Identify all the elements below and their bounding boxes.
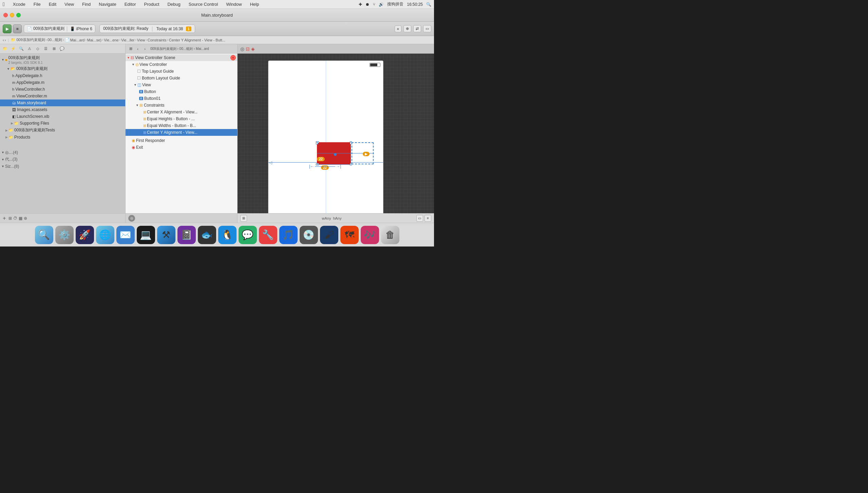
menu-source-control[interactable]: Source Control — [187, 1, 220, 7]
canvas-area[interactable]: ◁ — [238, 54, 434, 213]
menu-view[interactable]: View — [63, 1, 75, 7]
folder-icon-btn[interactable]: 📁 — [1, 45, 9, 53]
canvas-toggle-1[interactable]: ▭ — [416, 215, 423, 222]
debug-group-2[interactable]: ▼ 代...(3) — [0, 156, 125, 163]
breadcrumb-item-6[interactable]: View — [137, 38, 145, 42]
tree-equal-widths[interactable]: ⊞ Equal Widths - Button - B... — [126, 122, 237, 129]
file-item-images-xcassets[interactable]: 🖼 Images.xcassets — [0, 106, 125, 113]
triangle-tests[interactable]: ▶ — [5, 129, 8, 132]
dock-dvd[interactable]: 💿 — [300, 226, 318, 244]
tree-equal-heights[interactable]: ⊞ Equal Heights - Button - ... — [126, 115, 237, 122]
menu-navigate[interactable]: Navigate — [97, 1, 117, 7]
tree-center-x[interactable]: ⊞ Center X Alignment - View... — [126, 109, 237, 115]
dock-mail[interactable]: ✉️ — [116, 226, 135, 244]
triangle-group[interactable]: ▼ — [7, 67, 10, 71]
canvas-icon-1[interactable]: ◎ — [240, 46, 244, 52]
menu-edit[interactable]: Edit — [48, 1, 58, 7]
breadcrumb-item-2[interactable]: 📄 Mai...ard — [65, 38, 85, 42]
breadcrumb-item-8[interactable]: Center Y Alignment - View - Butt... — [169, 38, 225, 42]
triangle-scene[interactable]: ▼ — [127, 56, 130, 59]
dock-xcode[interactable]: ⚒ — [157, 226, 175, 244]
tree-view[interactable]: ▼ ◫ View — [126, 81, 237, 88]
tree-button01[interactable]: B Button01 — [126, 95, 237, 102]
triangle-vc[interactable]: ▼ — [132, 63, 135, 66]
folder-btn[interactable]: ⊞ — [8, 216, 12, 221]
file-item-products[interactable]: ▶ 📁 Products — [0, 134, 125, 141]
dock-wechat[interactable]: 💬 — [239, 226, 257, 244]
tree-grid-btn[interactable]: ⊞ — [128, 46, 134, 52]
triangle-debug2[interactable]: ▼ — [1, 158, 4, 161]
tree-button[interactable]: B Button — [126, 88, 237, 95]
scheme-selector[interactable]: 📄 009添加约束规则 │ 📱 iPhone 6 — [24, 24, 95, 33]
triangle-constraints[interactable]: ▼ — [136, 104, 139, 107]
tree-first-responder[interactable]: ◉ First Responder — [126, 137, 237, 144]
file-item-appdelegate-m[interactable]: m AppDelegate.m — [0, 79, 125, 86]
dock-filezilla[interactable]: 🔧 — [259, 226, 277, 244]
menu-file[interactable]: File — [32, 1, 42, 7]
warning-badge[interactable]: 1 — [186, 26, 191, 31]
dock-itunes[interactable]: 🎶 — [361, 226, 379, 244]
file-item-viewcontroller-m[interactable]: m ViewController.m — [0, 93, 125, 99]
plus-icon[interactable]: ✚ — [359, 2, 362, 7]
breakpoint-nav-btn[interactable]: ⊞ — [50, 45, 58, 53]
triangle-products[interactable]: ▶ — [5, 135, 8, 139]
tree-viewcontroller[interactable]: ▼ ◎ View Controller — [126, 61, 237, 68]
triangle-supporting[interactable]: ▶ — [11, 122, 13, 125]
tree-scene-header[interactable]: ▼ ⊟ View Controller Scene × — [126, 54, 237, 61]
canvas-toggle-2[interactable]: ≡ — [424, 215, 431, 222]
menu-help[interactable]: Help — [249, 1, 261, 7]
triangle-debug1[interactable]: ▼ — [1, 151, 4, 154]
tree-top-layout[interactable]: ☐ Top Layout Guide — [126, 68, 237, 75]
search-icon[interactable]: 🔍 — [426, 2, 431, 7]
file-item-supporting-files[interactable]: ▶ 📁 Supporting Files — [0, 120, 125, 127]
log-nav-btn[interactable]: 💬 — [58, 45, 66, 53]
run-button[interactable]: ▶ — [3, 24, 12, 33]
add-btn[interactable]: + — [3, 215, 6, 221]
tree-prev-btn[interactable]: ‹ — [135, 46, 141, 52]
breadcrumb-nav-next[interactable]: › — [5, 38, 6, 42]
test-nav-btn[interactable]: ◇ — [34, 45, 41, 53]
breadcrumb-item-5[interactable]: Vie...ller — [121, 38, 135, 42]
dock-fish[interactable]: 🐟 — [198, 226, 216, 244]
volume-icon[interactable]: 🔊 — [379, 2, 384, 7]
triangle-root[interactable]: ▼ — [1, 58, 4, 61]
dock-system-prefs[interactable]: ⚙️ — [55, 226, 74, 244]
dock-launchpad[interactable]: 🚀 — [76, 226, 94, 244]
file-item-viewcontroller-h[interactable]: h ViewController.h — [0, 86, 125, 93]
tree-exit[interactable]: ◉ Exit — [126, 144, 237, 151]
navigator-toggle[interactable]: ▭ — [423, 25, 431, 32]
canvas-icon-3[interactable]: ◈ — [251, 46, 255, 52]
view-toggle-standard[interactable]: ≡ — [395, 25, 401, 32]
close-button[interactable] — [3, 13, 8, 17]
dock-xmind[interactable]: 🗺 — [340, 226, 359, 244]
dock-onenote[interactable]: 📓 — [177, 226, 196, 244]
menu-window[interactable]: Window — [225, 1, 243, 7]
breadcrumb-item-7[interactable]: Constraints — [148, 38, 167, 42]
breadcrumb-item-1[interactable]: 00...规则 — [48, 37, 62, 42]
debug-nav-btn[interactable]: ☰ — [42, 45, 50, 53]
warning-nav-btn[interactable]: ⚠ — [26, 45, 33, 53]
view-toggle-version[interactable]: ⇄ — [413, 25, 421, 32]
menu-xcode[interactable]: Xcode — [12, 1, 27, 7]
source-control-nav-btn[interactable]: ⚡ — [10, 45, 17, 53]
file-item-root[interactable]: ▼ ■ 009添加约束规则 2 targets, iOS SDK 8.1 — [0, 54, 125, 65]
stop-button[interactable]: ■ — [13, 24, 22, 33]
breadcrumb-item-3[interactable]: Mai...se) — [87, 38, 101, 42]
breadcrumb-nav-prev[interactable]: ‹ — [3, 38, 4, 42]
dock-terminal[interactable]: 💻 — [137, 226, 155, 244]
menu-product[interactable]: Product — [143, 1, 161, 7]
dock-qq[interactable]: 🐧 — [218, 226, 237, 244]
dock-trash[interactable]: 🗑 — [381, 226, 399, 244]
breadcrumb-item-0[interactable]: 📁 009添加约束规则 — [11, 37, 45, 42]
dock-photoshop[interactable]: 🖌 — [320, 226, 338, 244]
info-btn[interactable]: ⊛ — [24, 216, 27, 221]
tree-next-btn[interactable]: › — [142, 46, 148, 52]
file-item-group-009[interactable]: ▼ 📂 009添加约束规则 — [0, 65, 125, 72]
apple-menu[interactable]:  — [3, 1, 5, 7]
fullscreen-button[interactable] — [16, 13, 21, 17]
tree-constraints[interactable]: ▼ ⊞ Constraints — [126, 102, 237, 109]
menu-debug[interactable]: Debug — [166, 1, 182, 7]
dock-qqmusic[interactable]: 🎵 — [279, 226, 298, 244]
filter-btn[interactable]: ▦ — [19, 216, 22, 221]
scene-close-btn[interactable]: × — [230, 55, 236, 60]
